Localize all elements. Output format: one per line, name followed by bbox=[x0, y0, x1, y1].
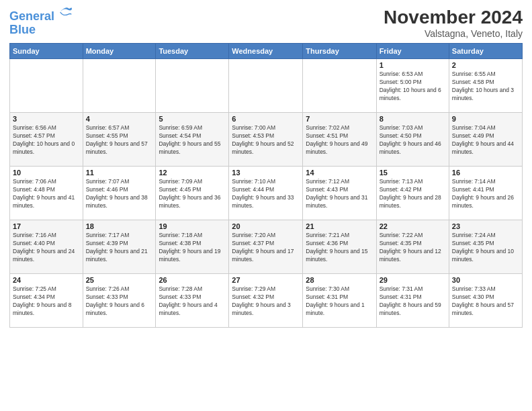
location-subtitle: Valstagna, Veneto, Italy bbox=[384, 28, 523, 39]
calendar-cell: 27Sunrise: 7:29 AMSunset: 4:32 PMDayligh… bbox=[229, 274, 303, 328]
day-info: Sunrise: 7:09 AMSunset: 4:45 PMDaylight:… bbox=[159, 178, 226, 210]
calendar-cell: 2Sunrise: 6:55 AMSunset: 4:58 PMDaylight… bbox=[449, 59, 522, 113]
day-number: 9 bbox=[452, 115, 519, 123]
day-info: Sunrise: 7:20 AMSunset: 4:37 PMDaylight:… bbox=[232, 232, 300, 264]
day-info: Sunrise: 7:14 AMSunset: 4:41 PMDaylight:… bbox=[452, 178, 519, 210]
day-info: Sunrise: 6:55 AMSunset: 4:58 PMDaylight:… bbox=[452, 71, 519, 103]
day-info: Sunrise: 7:06 AMSunset: 4:48 PMDaylight:… bbox=[13, 178, 80, 210]
day-number: 26 bbox=[159, 276, 226, 284]
day-info: Sunrise: 7:00 AMSunset: 4:53 PMDaylight:… bbox=[232, 124, 300, 156]
day-info: Sunrise: 7:26 AMSunset: 4:33 PMDaylight:… bbox=[86, 285, 153, 318]
day-number: 21 bbox=[306, 222, 373, 230]
day-number: 11 bbox=[86, 169, 153, 177]
day-number: 1 bbox=[380, 61, 446, 69]
day-info: Sunrise: 7:29 AMSunset: 4:32 PMDaylight:… bbox=[232, 285, 300, 318]
day-info: Sunrise: 7:07 AMSunset: 4:46 PMDaylight:… bbox=[86, 178, 153, 210]
day-number: 29 bbox=[380, 276, 446, 284]
day-info: Sunrise: 7:25 AMSunset: 4:34 PMDaylight:… bbox=[13, 285, 80, 318]
calendar-cell: 10Sunrise: 7:06 AMSunset: 4:48 PMDayligh… bbox=[10, 167, 83, 220]
calendar-cell: 8Sunrise: 7:03 AMSunset: 4:50 PMDaylight… bbox=[376, 113, 449, 167]
calendar-cell bbox=[229, 59, 303, 113]
calendar-week-1: 1Sunrise: 6:53 AMSunset: 5:00 PMDaylight… bbox=[10, 59, 523, 113]
calendar-cell: 5Sunrise: 6:59 AMSunset: 4:54 PMDaylight… bbox=[156, 113, 229, 167]
day-info: Sunrise: 7:04 AMSunset: 4:49 PMDaylight:… bbox=[452, 124, 519, 156]
day-number: 28 bbox=[306, 276, 373, 284]
page: General Blue November 2024 Valstagna, Ve… bbox=[0, 0, 532, 411]
calendar-cell: 12Sunrise: 7:09 AMSunset: 4:45 PMDayligh… bbox=[156, 167, 229, 220]
day-number: 14 bbox=[306, 169, 373, 177]
calendar-cell bbox=[156, 59, 229, 113]
calendar-header-row: Sunday Monday Tuesday Wednesday Thursday… bbox=[10, 44, 523, 59]
day-number: 30 bbox=[452, 276, 519, 284]
day-info: Sunrise: 7:24 AMSunset: 4:35 PMDaylight:… bbox=[452, 232, 519, 264]
day-number: 13 bbox=[232, 169, 300, 177]
calendar-cell: 4Sunrise: 6:57 AMSunset: 4:55 PMDaylight… bbox=[83, 113, 156, 167]
day-info: Sunrise: 6:56 AMSunset: 4:57 PMDaylight:… bbox=[13, 124, 80, 156]
day-info: Sunrise: 7:17 AMSunset: 4:39 PMDaylight:… bbox=[86, 232, 153, 264]
day-info: Sunrise: 7:31 AMSunset: 4:31 PMDaylight:… bbox=[380, 285, 446, 318]
calendar-cell: 17Sunrise: 7:16 AMSunset: 4:40 PMDayligh… bbox=[10, 220, 83, 274]
calendar-cell: 14Sunrise: 7:12 AMSunset: 4:43 PMDayligh… bbox=[303, 167, 376, 220]
day-number: 8 bbox=[380, 115, 446, 123]
calendar-cell: 22Sunrise: 7:22 AMSunset: 4:35 PMDayligh… bbox=[376, 220, 449, 274]
day-info: Sunrise: 7:10 AMSunset: 4:44 PMDaylight:… bbox=[232, 178, 300, 210]
day-number: 7 bbox=[306, 115, 373, 123]
day-number: 27 bbox=[232, 276, 300, 284]
title-area: November 2024 Valstagna, Veneto, Italy bbox=[384, 7, 523, 39]
calendar-cell: 24Sunrise: 7:25 AMSunset: 4:34 PMDayligh… bbox=[10, 274, 83, 328]
calendar-cell: 30Sunrise: 7:33 AMSunset: 4:30 PMDayligh… bbox=[449, 274, 522, 328]
day-info: Sunrise: 7:22 AMSunset: 4:35 PMDaylight:… bbox=[380, 232, 446, 264]
logo-icon bbox=[59, 5, 73, 19]
day-number: 18 bbox=[86, 222, 153, 230]
calendar-cell: 29Sunrise: 7:31 AMSunset: 4:31 PMDayligh… bbox=[376, 274, 449, 328]
day-info: Sunrise: 7:18 AMSunset: 4:38 PMDaylight:… bbox=[159, 232, 226, 264]
month-title: November 2024 bbox=[384, 7, 523, 28]
day-info: Sunrise: 7:02 AMSunset: 4:51 PMDaylight:… bbox=[306, 124, 373, 156]
calendar-cell: 13Sunrise: 7:10 AMSunset: 4:44 PMDayligh… bbox=[229, 167, 303, 220]
col-sunday: Sunday bbox=[10, 44, 83, 59]
day-info: Sunrise: 7:12 AMSunset: 4:43 PMDaylight:… bbox=[306, 178, 373, 210]
calendar-cell: 7Sunrise: 7:02 AMSunset: 4:51 PMDaylight… bbox=[303, 113, 376, 167]
day-number: 3 bbox=[13, 115, 80, 123]
day-info: Sunrise: 7:28 AMSunset: 4:33 PMDaylight:… bbox=[159, 285, 226, 318]
day-number: 22 bbox=[380, 222, 446, 230]
day-info: Sunrise: 7:33 AMSunset: 4:30 PMDaylight:… bbox=[452, 285, 519, 318]
logo-line1: General bbox=[9, 9, 54, 23]
header: General Blue November 2024 Valstagna, Ve… bbox=[9, 7, 523, 39]
day-number: 16 bbox=[452, 169, 519, 177]
calendar-cell: 11Sunrise: 7:07 AMSunset: 4:46 PMDayligh… bbox=[83, 167, 156, 220]
day-number: 4 bbox=[86, 115, 153, 123]
calendar-cell: 25Sunrise: 7:26 AMSunset: 4:33 PMDayligh… bbox=[83, 274, 156, 328]
day-number: 12 bbox=[159, 169, 226, 177]
day-number: 5 bbox=[159, 115, 226, 123]
col-friday: Friday bbox=[376, 44, 449, 59]
calendar-cell: 26Sunrise: 7:28 AMSunset: 4:33 PMDayligh… bbox=[156, 274, 229, 328]
day-info: Sunrise: 7:03 AMSunset: 4:50 PMDaylight:… bbox=[380, 124, 446, 156]
calendar-cell: 20Sunrise: 7:20 AMSunset: 4:37 PMDayligh… bbox=[229, 220, 303, 274]
logo: General Blue bbox=[9, 7, 73, 37]
calendar-week-3: 10Sunrise: 7:06 AMSunset: 4:48 PMDayligh… bbox=[10, 167, 523, 220]
day-number: 6 bbox=[232, 115, 300, 123]
calendar-cell: 28Sunrise: 7:30 AMSunset: 4:31 PMDayligh… bbox=[303, 274, 376, 328]
calendar-cell: 1Sunrise: 6:53 AMSunset: 5:00 PMDaylight… bbox=[376, 59, 449, 113]
calendar-cell: 16Sunrise: 7:14 AMSunset: 4:41 PMDayligh… bbox=[449, 167, 522, 220]
day-number: 2 bbox=[452, 61, 519, 69]
col-saturday: Saturday bbox=[449, 44, 522, 59]
calendar-cell bbox=[10, 59, 83, 113]
day-number: 25 bbox=[86, 276, 153, 284]
day-info: Sunrise: 7:21 AMSunset: 4:36 PMDaylight:… bbox=[306, 232, 373, 264]
calendar-table: Sunday Monday Tuesday Wednesday Thursday… bbox=[9, 43, 523, 328]
calendar-week-2: 3Sunrise: 6:56 AMSunset: 4:57 PMDaylight… bbox=[10, 113, 523, 167]
day-info: Sunrise: 6:59 AMSunset: 4:54 PMDaylight:… bbox=[159, 124, 226, 156]
day-number: 10 bbox=[13, 169, 80, 177]
day-number: 19 bbox=[159, 222, 226, 230]
col-tuesday: Tuesday bbox=[156, 44, 229, 59]
logo-line2: Blue bbox=[9, 24, 73, 37]
day-number: 24 bbox=[13, 276, 80, 284]
col-thursday: Thursday bbox=[303, 44, 376, 59]
calendar-week-4: 17Sunrise: 7:16 AMSunset: 4:40 PMDayligh… bbox=[10, 220, 523, 274]
day-number: 23 bbox=[452, 222, 519, 230]
day-number: 15 bbox=[380, 169, 446, 177]
calendar-cell: 15Sunrise: 7:13 AMSunset: 4:42 PMDayligh… bbox=[376, 167, 449, 220]
calendar-cell bbox=[83, 59, 156, 113]
